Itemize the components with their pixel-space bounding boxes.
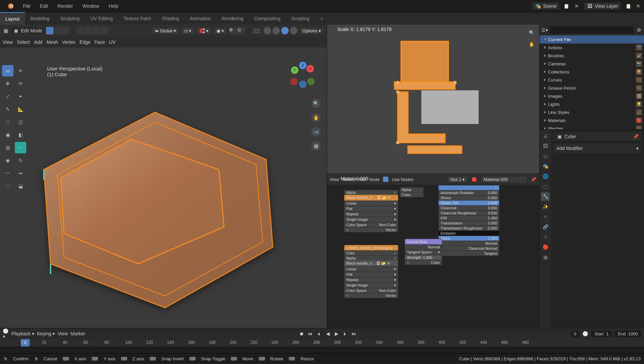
- tab-mesh-icon[interactable]: ▽: [541, 233, 550, 241]
- node-normal-map[interactable]: Normal Map Normal Tangent Space▾ Strengt…: [405, 239, 442, 265]
- tool-shrink[interactable]: ⬚: [2, 180, 13, 192]
- scene-selector[interactable]: 🎭 Scene: [532, 2, 559, 10]
- pan-icon[interactable]: ✋: [529, 41, 535, 47]
- tab-scene-icon[interactable]: 🎭: [541, 162, 550, 171]
- end-frame[interactable]: End 1000: [615, 331, 641, 337]
- timeline-type-icon[interactable]: 🕒▾: [3, 331, 9, 337]
- timeline[interactable]: 🕒▾ Playback ▾ Keying ▾ View Marker ⏺ ⏮ ⏴…: [0, 328, 644, 353]
- xray-toggle[interactable]: ⬚: [252, 27, 262, 34]
- shading-wire-icon[interactable]: [264, 27, 271, 34]
- nav-gizmo[interactable]: X Y Z: [288, 62, 317, 90]
- tool-polybuild[interactable]: ◉: [2, 155, 13, 166]
- start-frame[interactable]: Start 1: [591, 331, 612, 337]
- orientation-selector[interactable]: ⬌ Global ▾: [152, 27, 179, 34]
- timeline-playback[interactable]: Playback ▾: [11, 331, 34, 336]
- zoom-icon[interactable]: 🔍: [529, 30, 535, 35]
- outliner-root[interactable]: Current File: [540, 35, 644, 43]
- select-subtract-icon[interactable]: [93, 27, 100, 34]
- viewport-3d-secondary[interactable]: Scale X: 1.8179 Y: 1.8179 🔍 ✋: [327, 25, 539, 174]
- tool-rotate[interactable]: ⟳: [15, 78, 26, 89]
- menu-window[interactable]: Window: [78, 3, 104, 9]
- tab-add[interactable]: +: [315, 12, 328, 25]
- tab-layout[interactable]: Layout: [0, 12, 25, 25]
- overlay-toggle-icon[interactable]: ◎: [237, 27, 245, 34]
- tab-texturepaint[interactable]: Texture Paint: [118, 12, 157, 25]
- play-reverse-icon[interactable]: ◀: [325, 331, 331, 337]
- tool-smooth[interactable]: 〰: [2, 168, 13, 179]
- tab-output-icon[interactable]: 🖼: [541, 142, 550, 150]
- tab-scripting[interactable]: Scripting: [286, 12, 315, 25]
- face-select-icon[interactable]: [62, 27, 70, 34]
- tab-particles-icon[interactable]: ✨: [541, 202, 550, 211]
- material-name-field[interactable]: Material.005: [481, 176, 527, 183]
- vertex-select-icon[interactable]: [46, 27, 54, 34]
- pivot-selector[interactable]: ⊙ ▾: [181, 27, 195, 34]
- viewport-menu-edge[interactable]: Edge: [79, 39, 91, 45]
- outliner-item-brushes[interactable]: Brushes🖌: [540, 52, 644, 60]
- viewlayer-new-icon[interactable]: 📋: [625, 3, 631, 9]
- viewport-menu-add[interactable]: Add: [34, 39, 42, 45]
- mesh-select-mode[interactable]: [46, 27, 70, 34]
- shading-solid-icon[interactable]: [272, 27, 280, 34]
- outliner-item-curves[interactable]: Curves〰: [540, 76, 644, 84]
- node-image-texture-normal[interactable]: s black_marble_normal.jpeg Color○ Alpha○…: [344, 245, 398, 298]
- timeline-keying[interactable]: Keying ▾: [37, 331, 55, 336]
- timeline-marker[interactable]: Marker: [71, 331, 86, 336]
- tab-modeling[interactable]: Modeling: [25, 12, 55, 25]
- tab-uvediting[interactable]: UV Editing: [85, 12, 118, 25]
- zoom-icon[interactable]: 🔍: [311, 99, 321, 108]
- scene-delete-icon[interactable]: ✕: [574, 3, 580, 9]
- tool-cursor[interactable]: ✛: [15, 65, 26, 77]
- current-frame[interactable]: 0: [571, 331, 580, 337]
- tab-texture-icon[interactable]: ▦: [541, 253, 550, 262]
- tool-spin[interactable]: ↻: [15, 155, 26, 166]
- perspective-toggle-icon[interactable]: ▦: [311, 141, 321, 151]
- keyframe-prev-icon[interactable]: ⏴: [316, 331, 322, 337]
- viewlayer-delete-icon[interactable]: ✕: [635, 3, 641, 9]
- menu-edit[interactable]: Edit: [35, 3, 53, 9]
- options-dropdown[interactable]: Options ▾: [299, 27, 324, 34]
- tool-annotate[interactable]: ✎: [2, 103, 13, 115]
- scene-new-icon[interactable]: 📋: [564, 3, 570, 9]
- viewport-shading[interactable]: [264, 27, 297, 34]
- tool-extrude[interactable]: ◫: [15, 116, 26, 128]
- viewport-menu-select[interactable]: Select: [17, 39, 30, 45]
- outliner-item-line-styles[interactable]: Line Styles／: [540, 108, 644, 116]
- viewport-menu-view[interactable]: View: [3, 39, 13, 45]
- active-object-name[interactable]: ▣ Cube 📌: [554, 132, 641, 141]
- outliner-item-collections[interactable]: Collections📦: [540, 68, 644, 76]
- shading-rendered-icon[interactable]: [290, 27, 297, 34]
- jump-start-icon[interactable]: ⏮: [307, 331, 313, 337]
- tab-physics-icon[interactable]: ⚛: [541, 212, 550, 221]
- snap-toggle[interactable]: 🧲 ▾: [196, 27, 212, 34]
- viewport-menu-face[interactable]: Face: [95, 39, 105, 45]
- tool-measure[interactable]: 📐: [15, 103, 26, 115]
- tool-rip[interactable]: ⬓: [15, 180, 26, 192]
- outliner-item-grease-pencil[interactable]: Grease Pencil✏: [540, 84, 644, 92]
- timeline-view[interactable]: View: [58, 331, 68, 336]
- select-intersect-icon[interactable]: [101, 27, 108, 34]
- timeline-ruler[interactable]: 0 02040608010012014016018020022024026028…: [0, 339, 644, 346]
- outliner-type-icon[interactable]: ☰▾: [542, 27, 548, 33]
- pin-icon[interactable]: 📌: [530, 176, 537, 182]
- outliner[interactable]: ☰▾ ⚙ Current File Actions🎬Brushes🖌Camera…: [540, 25, 644, 129]
- tool-transform[interactable]: ✦: [15, 91, 26, 102]
- shader-editor[interactable]: View Select Add Node Use Nodes Slot 1 ▾ …: [327, 174, 539, 185]
- tool-bevel[interactable]: ◧: [15, 129, 26, 141]
- tab-constraints-icon[interactable]: 🔗: [541, 222, 550, 231]
- shading-matpreview-icon[interactable]: [281, 27, 289, 34]
- select-extend-icon[interactable]: [85, 27, 92, 34]
- pin-icon[interactable]: 📌: [633, 134, 639, 139]
- keyframe-next-icon[interactable]: ⏵: [342, 331, 348, 337]
- tool-addcube[interactable]: □: [2, 116, 13, 128]
- tool-loopcut[interactable]: ▥: [2, 142, 13, 153]
- node-image-texture-color[interactable]: Alpha○ Black marble_cl… 🖼 📂 ✕ Linear▾ Fl…: [344, 189, 398, 233]
- shader-menu-view[interactable]: View: [330, 177, 339, 182]
- outliner-search[interactable]: [550, 26, 634, 34]
- jump-end-icon[interactable]: ⏭: [351, 331, 357, 337]
- add-modifier-button[interactable]: Add Modifier▾: [554, 144, 641, 153]
- tab-rendering[interactable]: Rendering: [216, 12, 249, 25]
- edge-select-icon[interactable]: [54, 27, 62, 34]
- tab-render-icon[interactable]: 🖨: [541, 131, 550, 140]
- play-icon[interactable]: ▶: [333, 331, 340, 337]
